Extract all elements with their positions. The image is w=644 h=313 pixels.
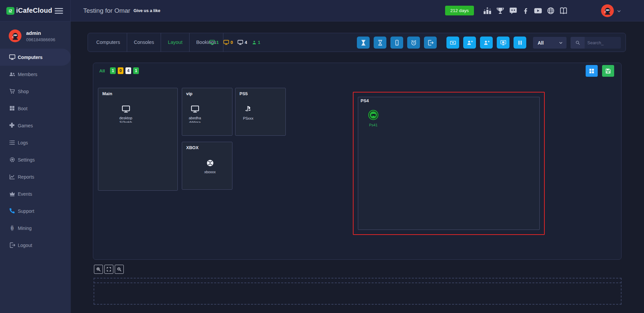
app-logo-icon: i2	[6, 7, 14, 15]
users-icon	[9, 71, 15, 77]
monitor-icon	[9, 54, 15, 60]
website-globe-icon[interactable]	[547, 7, 555, 15]
console-gamepad-icon	[368, 110, 378, 120]
zoom-out-icon[interactable]	[115, 265, 124, 274]
device-ps41[interactable]: Ps41	[361, 110, 386, 127]
license-days-button[interactable]: 212 days	[445, 6, 474, 15]
cafe-title: Testing for Omar	[83, 7, 130, 14]
checkout-button[interactable]	[424, 37, 437, 49]
device-psxxx[interactable]: PSxxx	[235, 105, 261, 121]
badge-offline[interactable]: 4	[125, 67, 131, 74]
sidebar-toggle-icon[interactable]	[55, 8, 63, 14]
cash-button[interactable]	[446, 37, 459, 49]
sidebar-item-logs[interactable]: Logs	[0, 134, 71, 151]
counter-pc-warning: 0	[223, 40, 233, 45]
toolbar: Computers Consoles Layout Bookings 1 0 4…	[88, 33, 626, 52]
counter-pc-online: 1	[209, 40, 219, 45]
list-icon	[9, 139, 15, 146]
header-icon-row	[483, 0, 568, 21]
zone-vip[interactable]: vip abedha dddqra	[182, 88, 232, 136]
playstation-icon	[235, 105, 261, 114]
zone-xbox[interactable]: XBOX xboxxx	[182, 142, 232, 190]
chevron-down-icon	[558, 41, 563, 45]
sidebar-item-logout[interactable]: Logout	[0, 237, 71, 254]
sidebar-user-name: admin	[26, 30, 41, 36]
grid-view-button[interactable]	[586, 65, 598, 77]
save-layout-button[interactable]	[602, 65, 614, 77]
sidebar-item-games[interactable]: Games	[0, 117, 71, 134]
sidebar-item-support[interactable]: Support	[0, 202, 71, 220]
timer-filled-button[interactable]	[357, 37, 370, 49]
zoom-in-icon[interactable]	[94, 265, 103, 274]
logout-icon	[9, 242, 15, 248]
tab-layout[interactable]: Layout	[161, 33, 190, 52]
zone-ps4-selected[interactable]: PS4 Ps41	[353, 92, 545, 235]
sidebar-item-events[interactable]: Events	[0, 185, 71, 202]
fit-screen-icon[interactable]	[104, 265, 113, 274]
sidebar-avatar[interactable]	[9, 29, 21, 42]
status-counters: 1 0 4 1	[209, 33, 260, 52]
search-input[interactable]	[585, 37, 621, 49]
sidebar-item-boot[interactable]: Boot	[0, 100, 71, 117]
sidebar-user-phone: 096184986696	[26, 37, 55, 42]
gamepad-icon	[9, 122, 15, 129]
facebook-icon[interactable]	[522, 7, 529, 14]
gear-icon	[9, 156, 15, 163]
session-action-buttons	[357, 37, 437, 49]
add-member-button[interactable]	[463, 37, 476, 49]
status-filter-select[interactable]: All	[533, 37, 567, 49]
sidebar-item-settings[interactable]: Settings	[0, 151, 71, 168]
sidebar: admin 096184986696 Computers Members Sho…	[0, 21, 71, 313]
status-badge-row: 1 0 4 1	[110, 67, 139, 74]
header-brand-area: i2 iCafeCloud	[0, 0, 71, 21]
badge-online[interactable]: 1	[110, 67, 116, 74]
pc-monitor-icon	[182, 105, 208, 113]
counter-members-online: 1	[252, 40, 260, 45]
badge-warning[interactable]: 0	[118, 67, 123, 74]
pause-button[interactable]	[514, 37, 526, 49]
zone-main[interactable]: Main desktop Si3rqkh	[98, 88, 178, 191]
filter-all-link[interactable]: All	[99, 68, 105, 73]
pc-monitor-icon	[113, 105, 139, 113]
docs-book-icon[interactable]	[559, 6, 568, 15]
remote-view-button[interactable]	[497, 37, 509, 49]
bitcoin-icon	[9, 225, 15, 231]
layout-drop-area[interactable]	[94, 278, 622, 305]
canvas-zoom-controls	[94, 265, 124, 274]
discord-icon[interactable]	[509, 6, 518, 15]
phone-icon	[9, 208, 15, 214]
ranking-icon[interactable]	[483, 6, 492, 15]
device-desktop[interactable]: desktop Si3rqkh	[113, 105, 139, 123]
device-abedha[interactable]: abedha dddqra	[182, 105, 208, 123]
sidebar-nav: Computers Members Shop Boot Games Logs S…	[0, 49, 71, 254]
xbox-icon	[197, 159, 223, 167]
mobile-button[interactable]	[390, 37, 403, 49]
zone-ps5[interactable]: PS5 PSxxx	[235, 88, 286, 136]
add-guest-button[interactable]	[480, 37, 493, 49]
trophy-icon[interactable]	[496, 7, 504, 15]
alarm-button[interactable]	[407, 37, 420, 49]
chart-icon	[9, 174, 15, 180]
windows-icon	[9, 105, 15, 112]
sidebar-item-reports[interactable]: Reports	[0, 168, 71, 185]
sidebar-item-mining[interactable]: Mining	[0, 220, 71, 237]
badge-members[interactable]: 1	[133, 67, 139, 74]
search-icon	[571, 37, 585, 49]
sidebar-item-members[interactable]: Members	[0, 66, 71, 83]
layout-drop-divider	[94, 283, 622, 283]
user-avatar[interactable]	[601, 4, 614, 17]
layout-canvas: All 1 0 4 1 Main desktop Si3rqkh vip abe…	[93, 63, 622, 260]
member-action-buttons	[446, 37, 526, 49]
view-tabs: Computers Consoles Layout Bookings	[88, 33, 223, 52]
timer-outline-button[interactable]	[374, 37, 386, 49]
sidebar-item-computers[interactable]: Computers	[0, 49, 71, 66]
account-menu-chevron-icon[interactable]	[616, 9, 622, 14]
cart-icon	[9, 88, 15, 95]
sidebar-item-shop[interactable]: Shop	[0, 83, 71, 100]
give-us-a-like-link[interactable]: Give us a like	[133, 8, 160, 13]
tab-computers[interactable]: Computers	[88, 33, 127, 52]
counter-pc-total: 4	[237, 40, 247, 45]
tab-consoles[interactable]: Consoles	[127, 33, 161, 52]
device-xboxxx[interactable]: xboxxx	[197, 159, 223, 174]
youtube-icon[interactable]	[534, 6, 542, 15]
